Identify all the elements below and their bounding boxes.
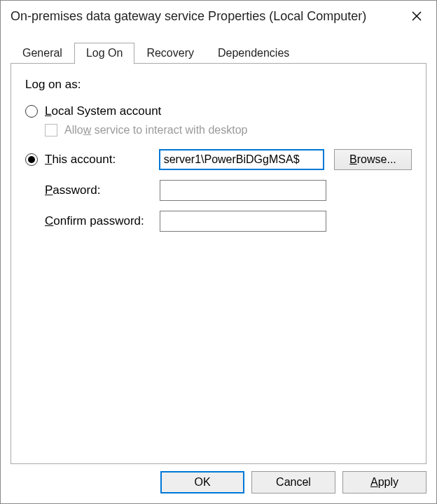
confirm-password-label: Confirm password: <box>45 214 160 228</box>
titlebar: On-premises data gateway service Propert… <box>1 1 436 31</box>
radio-this-account-row: This account: Browse... <box>25 149 412 170</box>
ok-button[interactable]: OK <box>160 471 244 493</box>
tabstrip: General Log On Recovery Dependencies <box>11 41 426 64</box>
close-icon <box>412 11 422 21</box>
logon-as-label: Log on as: <box>25 78 412 92</box>
tab-general[interactable]: General <box>11 43 74 64</box>
radio-local-system-indicator <box>25 105 38 118</box>
checkbox-interact-desktop-label: Allow service to interact with desktop <box>64 124 247 136</box>
account-input[interactable] <box>159 149 324 170</box>
password-row: Password: <box>25 180 412 201</box>
confirm-password-input[interactable] <box>160 211 326 232</box>
radio-local-system[interactable]: Local System account <box>25 104 412 118</box>
radio-local-system-label: Local System account <box>45 104 161 118</box>
apply-button[interactable]: Apply <box>342 471 426 493</box>
tab-logon[interactable]: Log On <box>74 43 134 64</box>
browse-button[interactable]: Browse... <box>334 149 412 170</box>
checkbox-interact-desktop: Allow service to interact with desktop <box>45 124 412 136</box>
properties-dialog: On-premises data gateway service Propert… <box>0 0 437 504</box>
confirm-password-row: Confirm password: <box>25 211 412 232</box>
tab-panel-logon: Log on as: Local System account Allow se… <box>11 63 426 464</box>
radio-this-account-label: This account: <box>45 153 159 167</box>
password-label: Password: <box>45 183 160 197</box>
close-button[interactable] <box>403 5 431 27</box>
radio-this-account[interactable] <box>25 153 38 166</box>
checkbox-interact-desktop-box <box>45 124 57 136</box>
dialog-footer: OK Cancel Apply <box>1 464 436 503</box>
window-title: On-premises data gateway service Propert… <box>11 9 366 24</box>
cancel-button[interactable]: Cancel <box>251 471 335 493</box>
tab-recovery[interactable]: Recovery <box>134 43 206 64</box>
tabs-area: General Log On Recovery Dependencies Log… <box>1 31 436 464</box>
tab-dependencies[interactable]: Dependencies <box>206 43 301 64</box>
password-input[interactable] <box>160 180 326 201</box>
